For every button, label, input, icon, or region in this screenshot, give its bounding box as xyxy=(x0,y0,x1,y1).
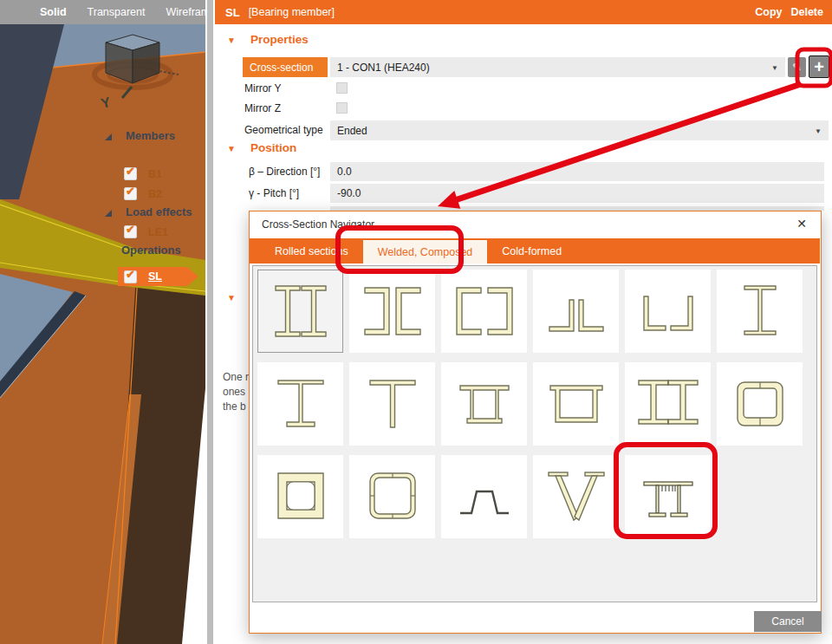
angles-back-to-back-icon xyxy=(542,274,611,348)
view-mode-toolbar: Solid Transparent Wireframe xyxy=(0,0,205,24)
member-header-bar: SL [Bearing member] Copy Delete xyxy=(215,0,832,24)
welded-I-asymmetric-icon xyxy=(266,367,335,441)
chevron-down-icon: ▼ xyxy=(815,127,822,134)
tab-rolled-sections[interactable]: Rolled sections xyxy=(260,238,363,263)
tree-header-operations[interactable]: Operations xyxy=(121,244,181,257)
section-tile-angles-back-to-back[interactable] xyxy=(533,270,619,353)
view-tab-transparent[interactable]: Transparent xyxy=(88,6,146,18)
clipped-text-line: One r xyxy=(223,371,249,383)
tree-item-le1-label: LE1 xyxy=(148,226,168,238)
V-section-icon xyxy=(542,459,611,534)
checkbox-b2[interactable]: ✔ xyxy=(124,187,137,200)
section-tile-double-I-composed[interactable] xyxy=(625,362,711,446)
section-tile-top-flange-box[interactable] xyxy=(533,362,619,446)
collapse-icon-properties[interactable]: ▼ xyxy=(227,36,236,45)
edit-cross-section-button[interactable]: ✎ xyxy=(788,57,806,77)
add-cross-section-button[interactable]: + xyxy=(809,55,829,78)
clipped-text-line: ones xyxy=(223,386,245,398)
tab-welded-composed[interactable]: Welded, Composed xyxy=(363,240,488,263)
member-id: SL xyxy=(225,6,240,19)
tree-header-load-effects[interactable]: Load effects xyxy=(126,205,192,218)
cross-section-combobox[interactable]: 1 - CON1 (HEA240) ▼ xyxy=(330,57,785,77)
section-tile-welded-double-I[interactable] xyxy=(257,270,343,353)
annotation-arrow-line xyxy=(455,84,801,200)
dialog-tab-bar: Rolled sections Welded, Composed Cold-fo… xyxy=(250,238,820,263)
section-tile-welded-T[interactable] xyxy=(349,362,435,446)
section-tile-hat-section[interactable] xyxy=(441,455,527,538)
box-from-channels-icon xyxy=(725,367,795,441)
check-icon: ✔ xyxy=(126,268,135,281)
cross-section-label: Cross-section xyxy=(243,57,328,77)
section-tile-channels-face-to-face[interactable] xyxy=(441,270,527,353)
tree-item-b2[interactable]: ✔ B2 xyxy=(124,187,162,200)
checkbox-sl[interactable]: ✔ xyxy=(124,270,137,283)
section-title-properties: Properties xyxy=(250,33,309,46)
collapse-icon-position[interactable]: ▼ xyxy=(227,144,236,153)
3d-viewport[interactable]: Y Solid Transparent Wireframe Members ✔ … xyxy=(0,0,205,644)
tree-item-b2-label: B2 xyxy=(148,188,162,200)
mirror-y-checkbox[interactable] xyxy=(336,82,348,94)
double-I-composed-icon xyxy=(634,367,703,441)
welded-I-icon xyxy=(725,274,795,348)
tree-header-members[interactable]: Members xyxy=(126,129,175,142)
checkbox-le1[interactable]: ✔ xyxy=(124,225,137,238)
tree-expander-load-effects[interactable] xyxy=(105,210,112,217)
view-tab-solid[interactable]: Solid xyxy=(40,6,67,18)
clipped-text-line: the b xyxy=(223,400,246,413)
gamma-pitch-field[interactable]: -90.0 xyxy=(330,184,824,203)
section-tile-grid xyxy=(252,265,817,602)
section-tile-channels-back-to-back[interactable] xyxy=(349,270,435,353)
welded-box-icon xyxy=(266,459,335,534)
section-tile-V-section[interactable] xyxy=(533,455,619,538)
section-tile-double-web-plate-girder[interactable] xyxy=(441,362,527,446)
model-tree: Members ✔ SL ✔ B1 ✔ B2 Load effects ✔ LE… xyxy=(0,121,205,269)
cross-section-label-text: Cross-section xyxy=(250,62,313,74)
section-tile-composed-general[interactable] xyxy=(625,455,711,538)
dialog-title: Cross-Section Navigator xyxy=(262,218,374,231)
section-tile-welded-I[interactable] xyxy=(717,270,803,353)
tree-item-sl-label: SL xyxy=(148,270,162,283)
collapse-icon-hidden-section[interactable]: ▼ xyxy=(227,293,236,302)
check-icon: ✔ xyxy=(126,223,135,236)
composed-general-icon xyxy=(634,459,703,534)
chevron-down-icon: ▼ xyxy=(771,63,778,71)
beta-direction-field[interactable]: 0.0 xyxy=(330,162,824,181)
geometrical-type-value: Ended xyxy=(337,125,367,137)
mirror-y-label: Mirror Y xyxy=(244,82,281,94)
geometrical-type-label: Geometrical type xyxy=(244,124,323,136)
pencil-icon: ✎ xyxy=(792,61,802,74)
gamma-pitch-label: γ - Pitch [°] xyxy=(249,187,299,199)
mirror-z-label: Mirror Z xyxy=(244,102,281,114)
plus-icon: + xyxy=(814,57,824,77)
mirror-z-checkbox[interactable] xyxy=(336,102,348,114)
tree-item-b1[interactable]: ✔ B1 xyxy=(124,167,162,180)
member-type: [Bearing member] xyxy=(249,6,335,18)
welded-double-I-icon xyxy=(266,274,335,348)
app-window: Y Solid Transparent Wireframe Members ✔ … xyxy=(0,0,832,644)
section-tile-box-from-plates[interactable] xyxy=(349,455,435,538)
gamma-pitch-value: -90.0 xyxy=(337,187,361,199)
copy-button[interactable]: Copy xyxy=(755,6,782,18)
angles-toe-to-toe-icon xyxy=(634,274,703,348)
tab-cold-formed[interactable]: Cold-formed xyxy=(487,238,576,263)
panel-splitter[interactable] xyxy=(205,0,215,644)
delete-button[interactable]: Delete xyxy=(790,6,823,18)
hat-section-icon xyxy=(450,459,519,534)
tree-expander-members[interactable] xyxy=(105,133,112,140)
3d-scene: Y xyxy=(0,0,205,644)
tree-item-b1-label: B1 xyxy=(148,168,162,180)
section-tile-angles-toe-to-toe[interactable] xyxy=(625,270,711,353)
section-tile-welded-box[interactable] xyxy=(257,455,343,538)
tree-item-sl[interactable]: ✔ SL xyxy=(118,267,198,286)
cross-section-navigator-dialog: Cross-Section Navigator ✕ Rolled section… xyxy=(249,211,822,634)
tree-item-le1[interactable]: ✔ LE1 xyxy=(124,225,168,238)
geometrical-type-combobox[interactable]: Ended ▼ xyxy=(330,120,829,140)
cancel-button[interactable]: Cancel xyxy=(754,611,822,632)
double-web-plate-girder-icon xyxy=(450,367,519,441)
check-icon: ✔ xyxy=(126,165,135,178)
close-icon[interactable]: ✕ xyxy=(796,217,807,231)
checkbox-b1[interactable]: ✔ xyxy=(124,167,137,180)
section-tile-welded-I-asymmetric[interactable] xyxy=(257,362,343,446)
channels-face-to-face-icon xyxy=(450,274,519,348)
section-tile-box-from-channels[interactable] xyxy=(717,362,803,446)
